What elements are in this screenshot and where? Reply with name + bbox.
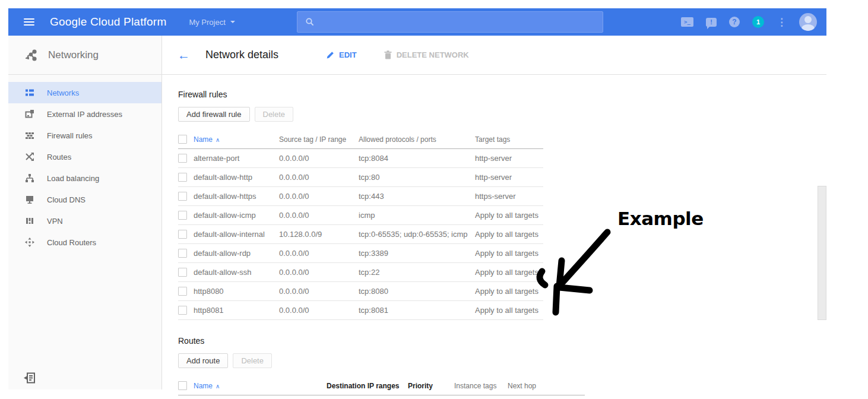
annotation-example-label: Example: [617, 208, 704, 229]
cell-source: 0.0.0.0/0: [279, 168, 359, 187]
sidebar-item-load-balancing[interactable]: Load balancing: [8, 167, 161, 189]
delete-firewall-rule-button[interactable]: Delete: [255, 107, 294, 122]
cell-protocols: tcp:0-65535; udp:0-65535; icmp: [359, 225, 475, 244]
column-header-destination[interactable]: Destination IP ranges: [327, 378, 408, 395]
cloud-shell-icon[interactable]: >_: [681, 17, 693, 27]
hamburger-menu-icon[interactable]: [24, 18, 34, 26]
more-options-icon[interactable]: ⋮: [777, 17, 787, 27]
table-row: http80810.0.0.0/0tcp:8081Apply to all ta…: [178, 301, 543, 320]
column-header-priority[interactable]: Priority: [408, 378, 454, 395]
column-header-target[interactable]: Target tags: [475, 132, 543, 149]
cell-target: http-server: [475, 168, 543, 187]
cell-name[interactable]: alternate-port: [194, 149, 279, 168]
sidebar-item-firewall-rules[interactable]: Firewall rules: [8, 125, 161, 146]
sidebar-item-cloud-routers[interactable]: Cloud Routers: [8, 232, 161, 253]
sidebar-item-networks[interactable]: Networks: [8, 82, 161, 103]
column-header-name[interactable]: Name∧: [194, 378, 327, 395]
routes-icon: [25, 152, 34, 162]
table-row: default-allow-internal10.128.0.0/9tcp:0-…: [178, 225, 543, 244]
top-bar: Google Cloud Platform My Project >_ ! ? …: [8, 8, 826, 36]
cell-protocols: icmp: [359, 206, 475, 225]
cell-protocols: tcp:22: [359, 263, 475, 282]
sidebar-item-label: Routes: [47, 153, 71, 162]
row-checkbox[interactable]: [178, 230, 187, 239]
sidebar-item-label: External IP addresses: [47, 110, 122, 119]
firewall-rules-table: Name∧ Source tag / IP range Allowed prot…: [178, 132, 543, 320]
cell-protocols: tcp:80: [359, 168, 475, 187]
cell-protocols: tcp:8080: [359, 282, 475, 301]
cell-protocols: tcp:8084: [359, 149, 475, 168]
cell-target: http-server: [475, 149, 543, 168]
cell-name[interactable]: default-allow-http: [194, 168, 279, 187]
delete-route-button[interactable]: Delete: [233, 353, 272, 368]
column-header-name[interactable]: Name∧: [194, 132, 279, 149]
vpn-icon: [25, 216, 34, 226]
search-input[interactable]: [297, 11, 603, 33]
cell-source: 0.0.0.0/0: [279, 263, 359, 282]
cell-name[interactable]: default-allow-rdp: [194, 244, 279, 263]
scrollbar-thumb[interactable]: [818, 186, 826, 320]
cell-source: 0.0.0.0/0: [279, 301, 359, 320]
row-checkbox[interactable]: [178, 192, 187, 201]
column-header-source[interactable]: Source tag / IP range: [279, 132, 359, 149]
brand-logo: Google Cloud Platform: [50, 15, 166, 28]
row-checkbox[interactable]: [178, 154, 187, 163]
column-header-next-hop[interactable]: Next hop: [508, 378, 585, 395]
cell-source: 0.0.0.0/0: [279, 187, 359, 206]
collapse-sidebar-icon[interactable]: [24, 372, 36, 384]
sidebar-item-vpn[interactable]: VPN: [8, 210, 161, 232]
page-title: Network details: [205, 49, 278, 61]
cell-target: Apply to all targets: [475, 206, 543, 225]
column-header-protocols[interactable]: Allowed protocols / ports: [359, 132, 475, 149]
sidebar: Networking Networks External: [8, 36, 162, 390]
delete-network-label: DELETE NETWORK: [397, 50, 469, 59]
cell-name[interactable]: default-allow-internal: [194, 225, 279, 244]
chevron-down-icon: [230, 21, 235, 23]
cell-name[interactable]: http8080: [194, 282, 279, 301]
notifications-badge[interactable]: 1: [752, 16, 764, 28]
cell-source: 0.0.0.0/0: [279, 149, 359, 168]
select-all-checkbox[interactable]: [178, 135, 187, 144]
sidebar-item-cloud-dns[interactable]: Cloud DNS: [8, 189, 161, 210]
cell-protocols: tcp:3389: [359, 244, 475, 263]
row-checkbox[interactable]: [178, 249, 187, 258]
row-checkbox[interactable]: [178, 173, 187, 182]
add-route-button[interactable]: Add route: [178, 353, 228, 368]
column-header-instance-tags[interactable]: Instance tags: [454, 378, 508, 395]
cloud-routers-icon: [25, 238, 34, 247]
row-checkbox[interactable]: [178, 268, 187, 277]
table-row: http80800.0.0.0/0tcp:8080Apply to all ta…: [178, 282, 543, 301]
sidebar-item-label: VPN: [47, 217, 63, 226]
delete-network-button[interactable]: DELETE NETWORK: [384, 50, 469, 59]
cell-name[interactable]: default-allow-icmp: [194, 206, 279, 225]
user-avatar[interactable]: [799, 13, 817, 31]
help-icon[interactable]: ?: [729, 17, 740, 27]
trash-icon: [384, 50, 392, 59]
back-arrow-icon[interactable]: ←: [178, 49, 190, 61]
row-checkbox[interactable]: [178, 211, 187, 220]
project-selector[interactable]: My Project: [189, 18, 235, 27]
row-checkbox[interactable]: [178, 287, 187, 296]
sort-asc-icon: ∧: [216, 137, 220, 143]
select-all-checkbox[interactable]: [178, 381, 187, 390]
column-label: Name: [194, 382, 213, 390]
feedback-glyph: !: [710, 18, 712, 26]
cell-name[interactable]: default-allow-ssh: [194, 263, 279, 282]
row-checkbox[interactable]: [178, 306, 187, 315]
firewall-toolbar: Add firewall rule Delete: [178, 107, 826, 122]
cell-protocols: tcp:443: [359, 187, 475, 206]
networking-icon: [24, 48, 38, 62]
routes-table-header: Name∧ Destination IP ranges Priority Ins…: [178, 378, 585, 395]
sort-asc-icon: ∧: [216, 383, 220, 390]
firewall-table-header: Name∧ Source tag / IP range Allowed prot…: [178, 132, 543, 149]
edit-button[interactable]: EDIT: [326, 50, 357, 59]
external-ip-icon: [25, 109, 34, 119]
feedback-icon[interactable]: !: [706, 18, 717, 27]
sidebar-item-external-ip[interactable]: External IP addresses: [8, 103, 161, 125]
cell-name[interactable]: http8081: [194, 301, 279, 320]
add-firewall-rule-button[interactable]: Add firewall rule: [178, 107, 250, 122]
cell-name[interactable]: default-allow-https: [194, 187, 279, 206]
sidebar-item-routes[interactable]: Routes: [8, 146, 161, 167]
sidebar-title: Networking: [48, 49, 99, 61]
topbar-actions: >_ ! ? 1 ⋮: [681, 8, 817, 36]
